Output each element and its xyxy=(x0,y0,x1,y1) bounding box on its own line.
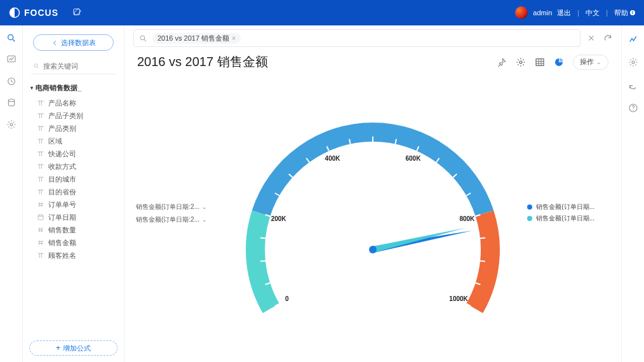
username[interactable]: admin xyxy=(533,9,552,17)
field-type-icon xyxy=(37,239,44,246)
sidebar-search[interactable] xyxy=(30,62,116,74)
title-row: 2016 vs 2017 销售金额 操作 ⌄ xyxy=(124,51,621,76)
style-settings-icon[interactable] xyxy=(628,57,638,67)
help-icon[interactable] xyxy=(628,103,638,113)
svg-point-2 xyxy=(8,35,13,40)
language-switch[interactable]: 中文 xyxy=(586,8,600,18)
field-item[interactable]: 订单单号 xyxy=(37,199,117,210)
right-rail xyxy=(621,25,644,362)
query-row: 2016 vs 2017 销售金额 × xyxy=(124,25,621,51)
svg-point-5 xyxy=(8,99,14,102)
svg-point-39 xyxy=(369,246,377,253)
field-item[interactable]: 快递公司 xyxy=(37,149,117,159)
refresh-icon[interactable] xyxy=(603,34,612,43)
svg-text:800K: 800K xyxy=(459,215,475,222)
field-type-icon xyxy=(37,112,44,119)
chart-type-icon[interactable] xyxy=(628,34,638,44)
svg-point-40 xyxy=(632,61,634,64)
help-link[interactable]: 帮助 i xyxy=(614,8,635,18)
main: 2016 vs 2017 销售金额 × 2016 vs 2017 销售金额 操作… xyxy=(124,25,621,362)
svg-point-42 xyxy=(633,110,633,111)
search-icon[interactable] xyxy=(6,33,17,43)
query-input[interactable]: 2016 vs 2017 销售金额 × xyxy=(133,29,580,47)
series-picker: 销售金额(订单日期:2... 销售金额(订单日期:2... xyxy=(136,203,207,224)
field-item[interactable]: 产品名称 xyxy=(37,98,117,108)
operations-button[interactable]: 操作 ⌄ xyxy=(573,55,608,70)
field-type-icon xyxy=(37,175,44,183)
svg-line-15 xyxy=(260,238,265,238)
topbar: FOCUS admin 退出 | 中文 | 帮助 i xyxy=(0,0,644,25)
field-type-icon xyxy=(37,124,44,132)
field-item[interactable]: 顾客姓名 xyxy=(37,250,117,260)
chart-view-icon[interactable] xyxy=(554,57,564,67)
field-type-icon xyxy=(37,201,44,208)
sidebar: 选择数据表 电商销售数据_ 产品名称产品子类别产品类别区域快递公司收款方式目的城… xyxy=(23,25,124,362)
tree-root[interactable]: 电商销售数据_ xyxy=(29,83,117,93)
svg-rect-11 xyxy=(536,58,544,65)
settings-icon[interactable] xyxy=(6,119,17,130)
legend-item-a[interactable]: 销售金额(订单日期... xyxy=(527,203,594,211)
brand-text: FOCUS xyxy=(24,8,58,18)
dashboard-icon[interactable] xyxy=(6,55,17,65)
svg-text:0: 0 xyxy=(285,295,289,302)
chart-stage: 销售金额(订单日期:2... 销售金额(订单日期:2... 0200K400K6… xyxy=(124,76,621,362)
help-badge-icon: i xyxy=(630,10,635,15)
field-type-icon xyxy=(37,163,44,170)
svg-point-9 xyxy=(140,36,145,40)
field-type-icon xyxy=(37,213,44,221)
logout-link[interactable]: 退出 xyxy=(557,8,571,18)
field-list: 产品名称产品子类别产品类别区域快递公司收款方式目的城市目的省份订单单号订单日期销… xyxy=(29,98,117,260)
field-item[interactable]: 产品类别 xyxy=(37,123,117,133)
series-picker-b[interactable]: 销售金额(订单日期:2... xyxy=(136,215,207,224)
select-table-button[interactable]: 选择数据表 xyxy=(33,34,114,51)
gear-icon[interactable] xyxy=(516,57,526,67)
add-formula-button[interactable]: + 增加公式 xyxy=(29,340,117,356)
chevron-left-icon xyxy=(51,39,58,46)
data-icon[interactable] xyxy=(6,98,17,108)
field-type-icon xyxy=(37,251,44,259)
svg-line-29 xyxy=(480,238,485,238)
svg-text:600K: 600K xyxy=(405,155,421,162)
field-type-icon xyxy=(37,150,44,158)
query-chip[interactable]: 2016 vs 2017 销售金额 × xyxy=(152,33,241,44)
search-icon xyxy=(139,34,147,43)
compose-icon[interactable] xyxy=(72,8,83,18)
chip-remove-icon[interactable]: × xyxy=(232,35,236,42)
history-icon[interactable] xyxy=(6,76,17,86)
gauge-chart: 0200K400K600K800K1000K xyxy=(220,97,525,362)
page-title: 2016 vs 2017 销售金额 xyxy=(137,53,268,70)
legend: 销售金额(订单日期... 销售金额(订单日期... xyxy=(527,203,594,223)
field-item[interactable]: 目的省份 xyxy=(37,187,117,197)
field-type-icon xyxy=(37,137,44,145)
svg-point-6 xyxy=(10,123,13,126)
series-picker-a[interactable]: 销售金额(订单日期:2... xyxy=(136,203,207,211)
field-type-icon xyxy=(37,188,44,196)
field-item[interactable]: 目的城市 xyxy=(37,174,117,184)
field-item[interactable]: 销售数量 xyxy=(37,225,117,235)
svg-text:400K: 400K xyxy=(325,155,341,162)
field-item[interactable]: 订单日期 xyxy=(37,212,117,222)
search-icon xyxy=(33,62,39,70)
avatar[interactable] xyxy=(515,6,528,19)
svg-line-30 xyxy=(480,260,485,261)
svg-point-7 xyxy=(34,64,37,67)
field-item[interactable]: 区域 xyxy=(37,136,117,146)
svg-text:1000K: 1000K xyxy=(449,295,468,302)
redo-icon[interactable] xyxy=(628,80,638,90)
field-item[interactable]: 产品子类别 xyxy=(37,111,117,121)
field-type-icon xyxy=(37,226,44,234)
table-view-icon[interactable] xyxy=(535,57,545,67)
pin-icon[interactable] xyxy=(497,57,507,67)
left-rail xyxy=(0,25,23,362)
brand[interactable]: FOCUS xyxy=(9,7,58,18)
legend-item-b[interactable]: 销售金额(订单日期... xyxy=(527,214,594,223)
field-item[interactable]: 销售金额 xyxy=(37,238,117,248)
clear-icon[interactable] xyxy=(587,34,596,43)
svg-rect-8 xyxy=(38,215,43,220)
sidebar-search-input[interactable] xyxy=(43,62,114,70)
field-type-icon xyxy=(37,99,44,107)
brand-logo-icon xyxy=(9,7,20,18)
field-item[interactable]: 收款方式 xyxy=(37,161,117,171)
svg-line-14 xyxy=(260,260,265,261)
svg-text:200K: 200K xyxy=(271,215,287,222)
